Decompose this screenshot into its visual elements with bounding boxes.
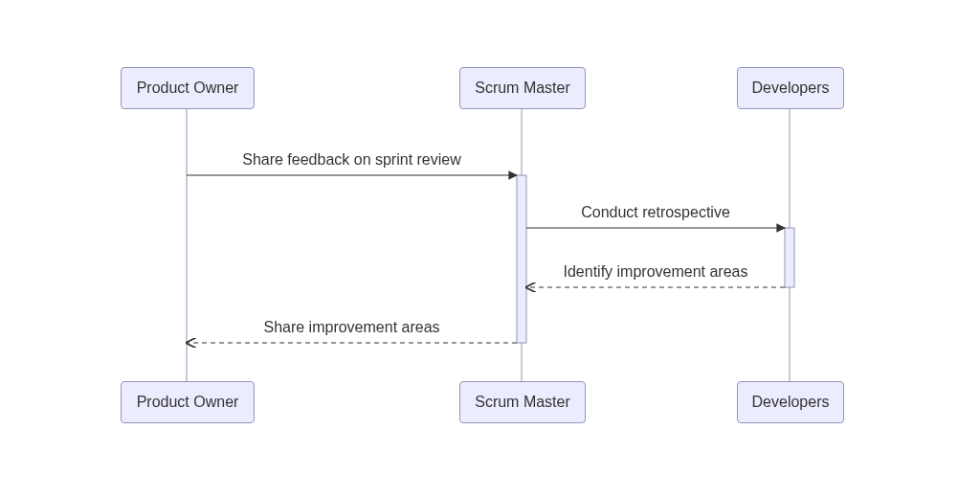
activation-developers (785, 228, 794, 287)
participant-label: Developers (752, 79, 830, 97)
participant-scrum-master-bottom: Scrum Master (459, 381, 586, 423)
participant-label: Developers (752, 394, 830, 411)
participant-label: Product Owner (137, 394, 239, 411)
message-label-m3: Identify improvement areas (526, 263, 785, 281)
participant-scrum-master-top: Scrum Master (459, 67, 586, 109)
message-label-m4: Share improvement areas (187, 319, 517, 336)
participant-label: Product Owner (137, 79, 239, 97)
participant-label: Scrum Master (475, 394, 570, 411)
participant-product-owner-bottom: Product Owner (121, 381, 255, 423)
participant-developers-top: Developers (737, 67, 844, 109)
participant-product-owner-top: Product Owner (121, 67, 255, 109)
participant-developers-bottom: Developers (737, 381, 844, 423)
activation-scrum-master (517, 175, 526, 343)
participant-label: Scrum Master (475, 79, 570, 97)
message-label-m1: Share feedback on sprint review (187, 151, 517, 169)
message-label-m2: Conduct retrospective (526, 204, 785, 221)
